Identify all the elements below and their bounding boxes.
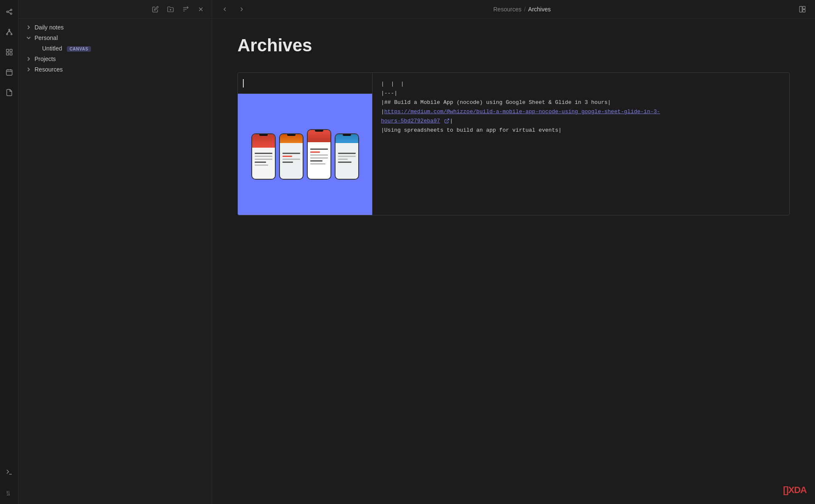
canvas-area: | | | |---| |## Build a Mobile App (noco… xyxy=(237,72,790,215)
file-tree: Daily notes Personal Untitled CANVAS xyxy=(19,19,212,504)
text-cursor xyxy=(243,79,244,88)
svg-rect-13 xyxy=(6,53,8,55)
chevron-right-icon xyxy=(25,56,32,62)
article-link-row[interactable]: |https://medium.com/@whizzoe/build-a-mob… xyxy=(381,107,781,126)
file-icon[interactable] xyxy=(3,86,16,99)
svg-rect-14 xyxy=(10,53,12,55)
header-right xyxy=(796,3,808,15)
chevron-right-icon xyxy=(25,66,32,73)
terminal-icon[interactable] xyxy=(3,465,16,479)
phone-mockups xyxy=(251,129,359,180)
svg-rect-11 xyxy=(6,49,8,51)
forward-button[interactable] xyxy=(236,3,248,15)
svg-point-0 xyxy=(6,11,8,13)
svg-rect-30 xyxy=(803,6,805,9)
chevron-right-icon xyxy=(25,24,32,31)
svg-line-4 xyxy=(8,12,11,13)
resources-label: Resources xyxy=(35,66,205,73)
canvas-badge: CANVAS xyxy=(67,46,91,52)
chevron-down-icon xyxy=(25,34,32,41)
untitled-text: Untitled xyxy=(42,45,62,52)
main-header: Resources / Archives xyxy=(212,0,815,19)
icon-sidebar: 01 10 xyxy=(0,0,19,504)
canvas-left-panel xyxy=(238,73,373,215)
binary-icon[interactable]: 01 10 xyxy=(3,485,16,499)
xda-logo: []XDA xyxy=(783,485,807,496)
breadcrumb-current: Archives xyxy=(528,6,551,13)
layout-button[interactable] xyxy=(796,3,808,15)
breadcrumb-separator: / xyxy=(524,6,526,13)
file-sidebar: Daily notes Personal Untitled CANVAS xyxy=(19,0,212,504)
article-title-row: |## Build a Mobile App (nocode) using Go… xyxy=(381,98,781,107)
personal-children: Untitled CANVAS xyxy=(19,43,212,53)
phone-1 xyxy=(251,133,276,180)
fork-icon[interactable] xyxy=(3,25,16,39)
sidebar-toolbar xyxy=(19,0,212,19)
svg-line-8 xyxy=(7,30,9,34)
svg-rect-31 xyxy=(803,9,805,12)
xda-brand: XDA xyxy=(788,485,807,495)
personal-label: Personal xyxy=(35,34,205,41)
sidebar-item-personal[interactable]: Personal xyxy=(20,33,210,43)
back-button[interactable] xyxy=(219,3,231,15)
svg-line-32 xyxy=(447,119,449,122)
sidebar-item-daily-notes[interactable]: Daily notes xyxy=(20,22,210,32)
table-separator-row: |---| xyxy=(381,89,781,98)
svg-point-5 xyxy=(8,29,10,30)
sidebar-item-untitled-canvas[interactable]: Untitled CANVAS xyxy=(34,43,210,53)
calendar-icon[interactable] xyxy=(3,66,16,79)
main-content: Resources / Archives Archives xyxy=(212,0,815,504)
main-body: Archives xyxy=(212,19,815,504)
page-title: Archives xyxy=(237,35,790,56)
daily-notes-label: Daily notes xyxy=(35,24,205,31)
breadcrumb: Resources / Archives xyxy=(253,6,791,13)
sort-icon[interactable] xyxy=(180,3,192,15)
canvas-right-panel: | | | |---| |## Build a Mobile App (noco… xyxy=(373,73,789,215)
svg-rect-29 xyxy=(799,6,802,12)
phone-2 xyxy=(279,133,304,180)
canvas-text-input[interactable] xyxy=(238,73,372,94)
svg-line-3 xyxy=(8,10,11,11)
breadcrumb-parent[interactable]: Resources xyxy=(493,6,522,13)
untitled-label: Untitled CANVAS xyxy=(42,45,205,52)
sidebar-item-resources[interactable]: Resources xyxy=(20,64,210,74)
grid-icon[interactable] xyxy=(3,45,16,59)
edit-icon[interactable] xyxy=(149,3,161,15)
close-icon[interactable] xyxy=(195,3,207,15)
graph-icon[interactable] xyxy=(3,5,16,19)
svg-line-9 xyxy=(9,30,11,34)
sidebar-item-projects[interactable]: Projects xyxy=(20,54,210,64)
phone-3 xyxy=(307,129,331,180)
svg-point-6 xyxy=(6,34,8,35)
external-link-icon xyxy=(444,118,450,124)
article-link[interactable]: https://medium.com/@whizzoe/build-a-mobi… xyxy=(381,109,660,124)
svg-rect-15 xyxy=(6,70,12,75)
svg-point-7 xyxy=(11,34,12,35)
table-header-row: | | | xyxy=(381,80,781,89)
svg-text:10: 10 xyxy=(6,493,10,496)
projects-label: Projects xyxy=(35,56,205,62)
article-description-row: |Using spreadsheets to build an app for … xyxy=(381,126,781,135)
new-folder-icon[interactable] xyxy=(165,3,176,15)
canvas-image xyxy=(238,94,372,215)
phone-4 xyxy=(335,133,359,180)
svg-rect-12 xyxy=(10,49,12,51)
